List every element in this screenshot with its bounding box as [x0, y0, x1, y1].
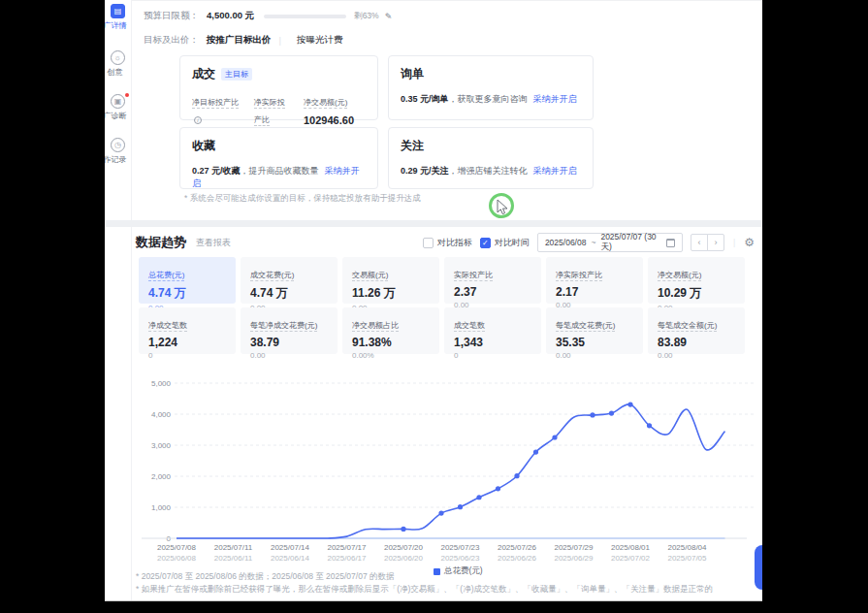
metric-card-0[interactable]: 总花费(元)4.74 万0.00	[139, 257, 236, 304]
inquiry-card-title: 询单	[401, 66, 581, 82]
tab-bid-by-impression[interactable]: 按曝光计费	[297, 34, 343, 47]
svg-text:5,000: 5,000	[151, 379, 172, 388]
metric-value: 4.74 万	[250, 285, 328, 302]
sidebar-item-0[interactable]: ▤广详情	[105, 4, 131, 31]
sidebar-item-3[interactable]: ◷作记录	[105, 138, 131, 165]
screen: ▤广详情☼创意▣广诊断◷作记录 预算日限额： 4,500.00 元 剩63% ✎…	[0, 0, 868, 613]
legend-label: 总花费(元)	[444, 565, 483, 577]
favorite-desc: ，提升商品收藏数量	[241, 166, 319, 176]
budget-progress-bar	[264, 15, 346, 18]
calendar-icon	[666, 239, 675, 247]
metric-card-1[interactable]: 成交花费(元)4.74 万0.00	[241, 257, 338, 304]
metric-label: 成交花费(元)	[250, 271, 294, 281]
edit-budget-icon[interactable]: ✎	[385, 12, 393, 21]
metric-compare-value: 0.00%	[352, 351, 430, 360]
metric-label: 净交易额占比	[352, 321, 399, 332]
sidebar-item-1[interactable]: ☼创意	[105, 50, 131, 78]
deal-card-title: 成交	[192, 66, 215, 82]
metric-value: 11.26 万	[352, 285, 430, 302]
checkbox-icon[interactable]: ✓	[480, 238, 491, 248]
metric-cards: 总花费(元)4.74 万0.00成交花费(元)4.74 万0.00交易额(元)1…	[139, 257, 745, 354]
chart-footnote-tip: * 如果推广在暂停或删除前已经获得了曝光，那么在暂停或删除后显示「(净)交易额」…	[136, 584, 713, 596]
favorite-card-title: 收藏	[192, 138, 366, 154]
deal-metric-label: 净目标投产比	[192, 98, 239, 109]
svg-text:2025/06/20: 2025/06/20	[384, 554, 424, 563]
metric-card-11[interactable]: 每笔成交金额(元)83.890.00	[648, 307, 745, 354]
svg-text:2025/07/08: 2025/07/08	[157, 543, 197, 552]
chart-legend[interactable]: 总花费(元)	[434, 565, 483, 577]
follow-adopt-link[interactable]: 采纳并开启	[533, 166, 577, 176]
metric-card-2[interactable]: 交易额(元)11.26 万0.00	[342, 257, 439, 304]
svg-text:2025/06/11: 2025/06/11	[214, 554, 253, 563]
sidebar-item-label: 作记录	[105, 154, 128, 165]
view-report-link[interactable]: 查看报表	[196, 237, 231, 249]
metric-compare-value: 0.00	[556, 351, 633, 360]
metric-value: 38.79	[250, 336, 328, 349]
favorite-price: 0.27 元/收藏	[192, 166, 241, 176]
svg-text:2025/06/29: 2025/06/29	[554, 554, 594, 563]
checkbox-icon[interactable]	[423, 238, 434, 248]
metric-card-5[interactable]: 净交易额(元)10.29 万0.00	[648, 257, 745, 304]
goal-note: * 系统会尽可能达成你设置的目标，保持稳定投放有助于提升达成	[184, 193, 421, 205]
svg-text:2025/07/02: 2025/07/02	[611, 554, 651, 563]
svg-text:4,000: 4,000	[151, 410, 172, 419]
goal-card-follow: 关注 0.29 元/关注，增强店铺关注转化采纳并开启	[388, 127, 594, 189]
svg-text:2025/07/20: 2025/07/20	[384, 543, 424, 552]
floating-panel-handle[interactable]	[755, 545, 762, 590]
metric-card-8[interactable]: 净交易额占比91.38%0.00%	[342, 307, 439, 354]
metric-value: 83.89	[658, 336, 735, 349]
metric-label: 交易额(元)	[352, 271, 388, 281]
budget-label: 预算日限额：	[144, 10, 199, 22]
metric-card-9[interactable]: 成交笔数1,3430	[444, 307, 541, 354]
metric-label: 成交笔数	[454, 321, 485, 332]
metric-value: 1,224	[148, 336, 226, 349]
trend-header: 数据趋势 查看报表 对比指标 ✓ 对比时间 2025/06/08 ~ 2025/…	[136, 233, 755, 252]
svg-text:2025/07/14: 2025/07/14	[271, 543, 310, 552]
svg-text:2025/07/05: 2025/07/05	[667, 554, 707, 563]
metric-card-10[interactable]: 每笔成交花费(元)35.350.00	[546, 307, 643, 354]
metric-card-6[interactable]: 净成交笔数1,2240	[139, 307, 236, 354]
line-chart-svg: 01,0002,0003,0004,0005,0002025/07/082025…	[134, 373, 759, 567]
prev-period-button[interactable]: ‹	[691, 234, 708, 251]
metric-label: 每笔净成交花费(元)	[250, 321, 317, 332]
compare-metric-checkbox[interactable]: 对比指标	[423, 237, 472, 249]
metric-label: 每笔成交金额(元)	[658, 321, 717, 332]
svg-text:2025/06/17: 2025/06/17	[327, 554, 367, 563]
idea-icon: ☼	[111, 50, 125, 65]
app-window: ▤广详情☼创意▣广诊断◷作记录 预算日限额： 4,500.00 元 剩63% ✎…	[105, 0, 762, 601]
goal-card-deal: 成交 主目标 净目标投产比i2.45 ✎净实际投产比2.17净交易额(元)102…	[179, 55, 378, 120]
next-period-button[interactable]: ›	[707, 234, 724, 251]
sidebar-item-2[interactable]: ▣广诊断	[105, 94, 131, 121]
metric-card-7[interactable]: 每笔净成交花费(元)38.790.00	[241, 307, 338, 354]
metric-compare-value: 0	[454, 351, 531, 360]
deal-metric-label: 净交易额(元)	[304, 98, 347, 109]
metric-value: 2.37	[454, 285, 531, 299]
mouse-cursor-icon	[497, 199, 508, 215]
diagnose-icon: ▣	[111, 94, 125, 109]
svg-text:2025/08/04: 2025/08/04	[667, 543, 707, 552]
info-icon[interactable]: i	[194, 116, 202, 124]
vertical-separator: |	[733, 238, 735, 247]
metric-card-3[interactable]: 实际投产比2.370.00	[444, 257, 541, 304]
compare-time-checkbox[interactable]: ✓ 对比时间	[480, 237, 530, 249]
metric-card-4[interactable]: 净实际投产比2.170.00	[546, 257, 643, 304]
metric-compare-value: 0.00	[658, 351, 735, 360]
metric-compare-value: 0	[148, 351, 226, 360]
svg-text:2025/06/26: 2025/06/26	[498, 554, 537, 563]
sidebar-item-label: 创意	[105, 67, 128, 78]
metric-compare-value: 0.00	[250, 351, 328, 360]
metric-label: 总花费(元)	[148, 271, 184, 281]
goal-bid-label: 目标及出价：	[144, 34, 199, 47]
inquiry-adopt-link[interactable]: 采纳并开启	[533, 94, 577, 104]
svg-text:2025/08/01: 2025/08/01	[611, 543, 651, 552]
svg-text:2025/07/29: 2025/07/29	[554, 543, 594, 552]
budget-amount: 4,500.00 元	[207, 10, 254, 22]
svg-text:2,000: 2,000	[151, 472, 172, 481]
svg-text:2025/06/23: 2025/06/23	[440, 554, 480, 563]
svg-text:2025/06/08: 2025/06/08	[157, 554, 197, 563]
date-range-picker[interactable]: 2025/06/08 ~ 2025/07/07 (30天)	[537, 233, 683, 252]
section-divider	[105, 220, 762, 227]
tab-bid-by-goal[interactable]: 按推广目标出价	[207, 34, 272, 47]
sidebar-item-label: 广详情	[105, 20, 128, 31]
gear-icon[interactable]: ⚙	[744, 236, 755, 249]
